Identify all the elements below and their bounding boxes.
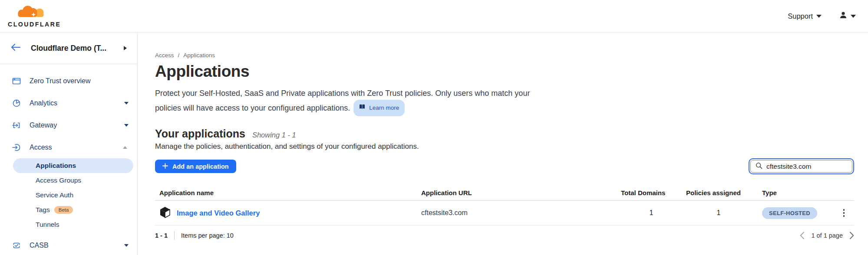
subnav-item-label: Access Groups [36,177,81,184]
book-icon [359,101,366,114]
user-menu[interactable] [839,11,856,21]
cloudflare-wordmark: CLOUDFLARE [8,21,61,28]
breadcrumb-applications: Applications [183,52,215,59]
sidebar-item-label: Analytics [30,99,116,107]
table-header-row: Application name Application URL Total D… [155,183,854,201]
chevron-down-icon [851,15,856,18]
sidebar-item-gateway[interactable]: Gateway [0,114,137,136]
chevron-down-icon [124,244,129,247]
sidebar-nav: Zero Trust overview Analytics [0,64,137,255]
chevron-up-icon [123,146,127,149]
search-box [750,160,852,173]
plus-icon [162,163,168,170]
column-header-application-name: Application name [155,189,421,196]
page-indicator: 1 of 1 page [811,232,843,239]
sidebar: Cloudflare Demo (T... Zero Trust overvie… [0,33,138,255]
application-name-link[interactable]: Image and Video Gallery [177,209,260,217]
subnav-item-label: Applications [36,162,76,170]
back-arrow-icon[interactable] [11,44,20,52]
sidebar-item-tags[interactable]: Tags Beta [0,203,137,217]
gateway-icon [12,121,21,130]
items-per-page[interactable]: Items per page: 10 [181,232,234,239]
chevron-down-icon [816,15,822,18]
sidebar-item-label: Zero Trust overview [30,77,129,85]
table-footer: 1 - 1 Items per page: 10 1 of 1 page [155,226,854,245]
sidebar-item-label: Gateway [30,121,116,129]
sidebar-item-tunnels[interactable]: Tunnels [0,217,137,232]
learn-more-badge[interactable]: Learn more [353,100,405,116]
login-icon [12,143,21,152]
application-url-cell: cftestsite3.com [421,209,617,217]
footer-divider [174,231,175,240]
applications-table: Application name Application URL Total D… [155,183,854,245]
total-domains-cell: 1 [617,209,686,217]
column-header-policies-assigned: Policies assigned [686,189,751,196]
search-focus-ring [749,158,854,174]
sidebar-item-label: CASB [30,242,116,249]
section-title: Your applications [155,128,245,140]
learn-more-label: Learn more [369,101,399,114]
sidebar-item-label: Access [30,144,114,151]
beta-badge: Beta [54,206,73,214]
sidebar-item-applications[interactable]: Applications [13,158,133,173]
breadcrumb-access[interactable]: Access [155,52,174,59]
sidebar-item-access[interactable]: Access [0,136,137,158]
sidebar-item-zero-trust-overview[interactable]: Zero Trust overview [0,70,137,92]
sidebar-item-access-groups[interactable]: Access Groups [0,173,137,188]
sidebar-item-service-auth[interactable]: Service Auth [0,188,137,203]
breadcrumb: Access / Applications [155,52,854,59]
subnav-item-label: Tunnels [36,221,59,229]
page-description-text: Protect your Self-Hosted, SaaS and Priva… [155,89,530,112]
subnav-item-label: Tags [36,206,50,214]
section-subtitle: Manage the policies, authentication, and… [155,142,854,151]
breadcrumb-separator: / [178,52,180,59]
page-description: Protect your Self-Hosted, SaaS and Priva… [155,87,550,116]
row-actions-kebab-icon[interactable] [841,207,847,219]
support-menu[interactable]: Support [788,12,822,20]
casb-icon [12,241,21,250]
previous-page-icon[interactable] [800,232,805,239]
column-header-total-domains: Total Domains [617,189,686,196]
policies-assigned-cell: 1 [686,209,751,217]
sidebar-item-analytics[interactable]: Analytics [0,92,137,114]
column-header-application-url: Application URL [421,189,617,196]
cloudflare-logo[interactable]: CLOUDFLARE [8,5,61,28]
page-title: Applications [155,62,854,81]
search-icon [756,162,762,171]
next-page-icon[interactable] [849,232,854,239]
account-name: Cloudflare Demo (T... [31,44,113,53]
expand-right-icon[interactable] [124,46,127,50]
subnav-item-label: Service Auth [36,191,73,199]
type-badge: SELF-HOSTED [762,207,817,219]
table-row: Image and Video Gallery cftestsite3.com … [155,201,854,226]
chevron-down-icon [124,102,129,105]
search-input[interactable] [766,163,847,170]
account-switcher: Cloudflare Demo (T... [0,33,137,64]
add-application-button[interactable]: Add an application [155,160,236,173]
column-header-type: Type [751,189,834,196]
items-range: 1 - 1 [155,232,168,239]
top-bar: CLOUDFLARE Support [0,0,868,33]
main-content: Access / Applications Applications Prote… [138,33,868,255]
sidebar-item-casb[interactable]: CASB [0,234,137,255]
showing-count: Showing 1 - 1 [252,131,296,139]
pie-chart-icon [12,99,21,108]
support-label: Support [788,12,813,20]
app-cube-icon [159,206,171,220]
cloudflare-cloud-icon [13,5,56,20]
window-icon [12,77,21,85]
add-application-label: Add an application [172,163,229,170]
user-icon [839,11,848,21]
chevron-down-icon [124,124,129,127]
